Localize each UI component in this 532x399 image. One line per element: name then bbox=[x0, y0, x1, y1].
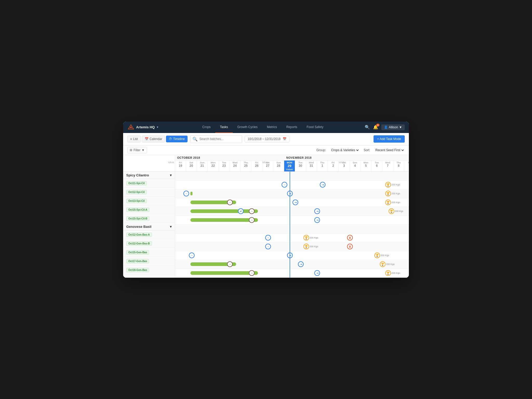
user-menu-btn[interactable]: 👤 Allison ▼ bbox=[381, 124, 405, 130]
calendar-icon: 📅 bbox=[145, 137, 149, 141]
award-label: 200 Kgs bbox=[391, 192, 400, 195]
award-label: 200 Kgs bbox=[391, 272, 400, 274]
timeline-view-btn[interactable]: ⏱ Timeline bbox=[166, 136, 188, 142]
gantt-row: →⇥🏆200 Kgs🗑 bbox=[175, 260, 409, 269]
batch-row-oct12-gen-bas-b: Oct12-Gen-Bas-B bbox=[123, 239, 175, 248]
user-avatar-icon: 👤 bbox=[384, 125, 388, 129]
sort-label: Sort: bbox=[364, 148, 370, 152]
seed-event-icon[interactable]: → bbox=[183, 191, 189, 196]
harvest-event-icon[interactable]: ⇥ bbox=[298, 261, 304, 267]
group-select[interactable]: Crops & Varieties bbox=[330, 148, 360, 152]
trash-event-icon[interactable]: 🗑 bbox=[347, 235, 353, 241]
search-input[interactable] bbox=[199, 137, 240, 141]
harvest-event-icon[interactable]: ⇥ bbox=[292, 200, 298, 205]
batch-row-oct12-spi-cil: Oct12-Spi-Cil bbox=[123, 188, 175, 197]
batch-row-oct18-gen-bas: Oct18-Gen-Bas bbox=[123, 266, 175, 275]
day-col-fri-19: Fri19 bbox=[175, 161, 186, 171]
trash-event-icon[interactable]: 🗑 bbox=[347, 244, 353, 249]
group-label: Group: bbox=[316, 148, 326, 152]
user-dropdown-icon: ▼ bbox=[399, 125, 402, 129]
double-arrow-icon[interactable]: ⇌ bbox=[238, 208, 244, 214]
award-event-icon[interactable]: 🏆 bbox=[385, 182, 391, 188]
seed-event-icon[interactable]: → bbox=[265, 235, 271, 241]
search-box[interactable]: 🔍 bbox=[190, 135, 242, 143]
arrow-end-icon[interactable]: → bbox=[249, 217, 255, 223]
list-view-btn[interactable]: ≡ List bbox=[127, 136, 141, 142]
filter-btn[interactable]: ⚙ Filter ▼ bbox=[127, 147, 147, 153]
day-col-sat-27: Sat27 bbox=[262, 161, 273, 171]
week44-label: Wk44 bbox=[167, 161, 175, 164]
day-col-tue-30: Tue30 bbox=[295, 161, 306, 171]
nav-growth-cycles[interactable]: Growth Cycles bbox=[233, 122, 262, 133]
calendar-view-btn[interactable]: 📅 Calendar bbox=[142, 136, 165, 142]
arrow-end-icon[interactable]: → bbox=[249, 208, 255, 214]
day-col-sun-21: Sun21 bbox=[197, 161, 208, 171]
award-label: 200 Kgs bbox=[310, 236, 318, 239]
app-dropdown-icon[interactable]: ▼ bbox=[156, 126, 159, 129]
filter-bar: ⚙ Filter ▼ Group: Crops & Varieties Sort… bbox=[123, 145, 409, 155]
award-label: 200 Kgs bbox=[391, 201, 400, 204]
batch-row-oct12-gen-bas-a: Oct12-Gen-Bas-A bbox=[123, 230, 175, 239]
sort-select[interactable]: Recent Seed First bbox=[374, 148, 405, 152]
gantt-row: →🏆200 Kgs🗑 bbox=[175, 234, 409, 242]
user-name: Allison bbox=[389, 125, 398, 129]
nav-tasks[interactable]: Tasks bbox=[215, 122, 233, 133]
arrow-end-icon[interactable]: → bbox=[227, 200, 233, 205]
gantt-bar bbox=[190, 209, 258, 213]
harvest-event-icon[interactable]: ⇥ bbox=[320, 182, 325, 188]
date-range-picker[interactable]: 10/1/2018 – 12/31/2018 📅 bbox=[245, 136, 289, 142]
group-header-spicy-cilantro[interactable]: Spicy Cilantro ▾ bbox=[123, 172, 175, 179]
harvest-event-icon[interactable]: ⇥ bbox=[314, 270, 320, 276]
view-switcher: ≡ List 📅 Calendar ⏱ Timeline bbox=[127, 136, 188, 142]
october-label: OCTOBER 2018 bbox=[175, 155, 284, 160]
nav-metrics[interactable]: Metrics bbox=[262, 122, 282, 133]
gantt-row: →⇥🏆200 Kgs🗑 bbox=[175, 251, 409, 260]
award-event-icon[interactable]: 🏆 bbox=[303, 244, 309, 249]
day-col-thu-25: Thu25 bbox=[241, 161, 251, 171]
group-header-genovese-basil[interactable]: Genovese Basil ▾ bbox=[123, 223, 175, 230]
day-col-sat-20: Sat20 bbox=[186, 161, 197, 171]
notification-badge: 4 bbox=[376, 124, 379, 127]
batch-row-oct15-gen-bas: Oct15-Gen-Bas bbox=[123, 248, 175, 257]
day-col-tue-23: Tue23 bbox=[219, 161, 230, 171]
harvest-event-icon[interactable]: ⇥ bbox=[314, 217, 320, 223]
logo-area[interactable]: Artemis HQ ▼ bbox=[127, 124, 161, 131]
nav-reports[interactable]: Reports bbox=[282, 122, 302, 133]
award-label: 200 Kgs bbox=[395, 210, 403, 212]
spicy-cilantro-collapse-icon[interactable]: ▾ bbox=[170, 173, 172, 177]
list-icon: ≡ bbox=[130, 137, 132, 141]
nav-right: 🔍 🔔 4 👤 Allison ▼ bbox=[365, 124, 405, 130]
gantt-row: →⇥🗑 bbox=[175, 216, 409, 225]
award-event-icon[interactable]: 🏆 bbox=[374, 252, 380, 258]
award-event-icon[interactable]: 🏆 bbox=[385, 270, 391, 276]
notification-btn[interactable]: 🔔 4 bbox=[373, 125, 378, 130]
award-label: 200 Kgs bbox=[391, 183, 400, 186]
arrow-end-icon[interactable]: → bbox=[227, 261, 233, 267]
add-task-btn[interactable]: + Add Task Mode bbox=[374, 135, 405, 143]
day-col-fri-26: Fri26 bbox=[251, 161, 262, 171]
award-label: 200 Kgs bbox=[386, 263, 395, 265]
award-event-icon[interactable]: 🏆 bbox=[385, 191, 391, 196]
nav-crops[interactable]: Crops bbox=[198, 122, 215, 133]
award-event-icon[interactable]: 🏆 bbox=[389, 208, 394, 214]
batch-row-oct11-spi-cil: Oct11-Spi-Cil bbox=[123, 179, 175, 188]
nav-food-safety[interactable]: Food Safety bbox=[302, 122, 328, 133]
search-icon-btn[interactable]: 🔍 bbox=[365, 125, 370, 130]
harvest-event-icon[interactable]: ⇥ bbox=[314, 208, 320, 214]
award-event-icon[interactable]: 🏆 bbox=[385, 200, 391, 205]
seed-event-icon[interactable]: → bbox=[282, 182, 287, 188]
arrow-end-icon[interactable]: → bbox=[249, 270, 255, 276]
day-col-mon-29: Mon29TODAY bbox=[284, 161, 295, 171]
genovese-basil-collapse-icon[interactable]: ▾ bbox=[170, 225, 172, 229]
day-col-fri-2: Fri2 bbox=[328, 161, 339, 171]
seed-event-icon[interactable]: → bbox=[189, 252, 195, 258]
day-col-sat-3: Sat3 bbox=[339, 161, 350, 171]
gantt-group-header bbox=[175, 172, 409, 181]
day-col-thu-1: Thu1 bbox=[317, 161, 328, 171]
award-event-icon[interactable]: 🏆 bbox=[303, 235, 309, 241]
award-event-icon[interactable]: 🏆 bbox=[380, 261, 385, 267]
toolbar: ≡ List 📅 Calendar ⏱ Timeline 🔍 10/1/2018… bbox=[123, 133, 409, 145]
seed-event-icon[interactable]: → bbox=[265, 244, 271, 249]
batch-row-oct13-spi-cil: Oct13-Spi-Cil bbox=[123, 197, 175, 205]
day-col-sun-4: Sun4 bbox=[350, 161, 361, 171]
